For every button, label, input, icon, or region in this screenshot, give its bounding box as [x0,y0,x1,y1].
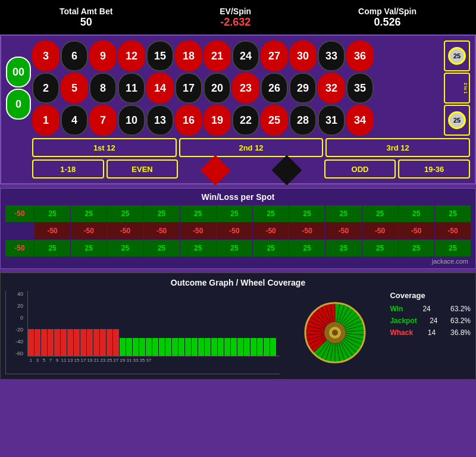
num-cell-11[interactable]: 11 [118,73,145,104]
num-cell-22[interactable]: 22 [232,105,259,136]
green-bar-19[interactable] [244,338,250,356]
even-bet[interactable]: EVEN [107,159,178,179]
green-bar-8[interactable] [172,338,178,356]
num-cell-13[interactable]: 13 [146,105,174,136]
odd-bet[interactable]: ODD [324,159,396,179]
wl-cell: -50 [399,223,434,239]
num-cell-9[interactable]: 9 [89,40,117,71]
red-bar-9[interactable] [87,329,93,356]
num-cell-12[interactable]: 12 [118,40,145,71]
green-bar-2[interactable] [133,338,139,356]
num-cell-4[interactable]: 4 [61,105,88,136]
green-bar-16[interactable] [224,338,230,356]
num-cell-16[interactable]: 16 [175,105,202,136]
green-bar-4[interactable] [146,338,152,356]
green-bar-12[interactable] [198,338,204,356]
num-cell-26[interactable]: 26 [261,73,288,104]
comp-val-label: Comp Val/Spin [358,7,416,16]
num-cell-30[interactable]: 30 [289,40,317,71]
x-label: 31 [126,358,132,363]
green-bar-23[interactable] [270,338,276,356]
red-bar-13[interactable] [113,329,119,356]
red-bar-12[interactable] [107,329,112,356]
single-zero[interactable]: 0 [6,89,31,120]
num-cell-1[interactable]: 1 [32,105,60,136]
high-bet[interactable]: 19-36 [398,159,470,179]
green-bar-13[interactable] [205,338,211,356]
num-cell-36[interactable]: 36 [346,40,374,71]
wl-cell: 25 [253,240,289,256]
column-bet-mid[interactable]: 2 to 1 [444,73,470,104]
num-cell-27[interactable]: 27 [261,40,288,71]
green-bar-18[interactable] [237,338,243,356]
num-cell-6[interactable]: 6 [61,40,88,71]
green-bar-20[interactable] [250,338,256,356]
num-cell-23[interactable]: 23 [232,73,259,104]
num-cell-21[interactable]: 21 [203,40,231,71]
num-cell-34[interactable]: 34 [346,105,374,136]
green-bar-7[interactable] [165,338,171,356]
red-bar-2[interactable] [41,329,47,356]
green-bar-11[interactable] [192,338,198,356]
num-cell-7[interactable]: 7 [89,105,117,136]
num-cell-5[interactable]: 5 [61,73,88,104]
num-cell-15[interactable]: 15 [146,40,174,71]
num-cell-31[interactable]: 31 [318,105,345,136]
wl-cell: -50 [362,223,398,239]
red-bar-7[interactable] [74,329,80,356]
red-bar-8[interactable] [80,329,86,356]
red-bar-1[interactable] [35,329,40,356]
green-bar-14[interactable] [211,338,217,356]
green-bar-6[interactable] [159,338,165,356]
green-bar-0[interactable] [120,338,126,356]
num-cell-24[interactable]: 24 [232,40,259,71]
green-bar-5[interactable] [152,338,158,356]
num-cell-25[interactable]: 25 [261,105,288,136]
wl-cell: 25 [325,205,361,222]
num-col-7: 242322 [232,40,259,136]
num-cell-35[interactable]: 35 [346,73,374,104]
num-cell-8[interactable]: 8 [89,73,117,104]
column-bet-top[interactable]: 25 [444,40,470,71]
num-cell-32[interactable]: 32 [318,73,345,104]
wl-cell: 25 [144,205,180,222]
green-bar-15[interactable] [218,338,224,356]
num-cell-17[interactable]: 17 [175,73,202,104]
red-diamond[interactable] [200,155,230,186]
second-dozen[interactable]: 2nd 12 [179,138,324,157]
num-cell-29[interactable]: 29 [289,73,317,104]
green-bar-22[interactable] [264,338,270,356]
num-cell-19[interactable]: 19 [203,105,231,136]
num-cell-2[interactable]: 2 [32,73,60,104]
low-bet[interactable]: 1-18 [32,159,104,179]
green-bar-17[interactable] [231,338,237,356]
red-bar-0[interactable] [28,329,34,356]
ev-spin-value: -2.632 [220,16,251,29]
black-diamond[interactable] [272,155,302,186]
num-cell-20[interactable]: 20 [203,73,231,104]
y-label-neg40: -40 [6,339,23,345]
green-bar-10[interactable] [185,338,191,356]
red-bar-3[interactable] [48,329,54,356]
third-dozen[interactable]: 3rd 12 [325,138,470,157]
green-bar-1[interactable] [126,338,132,356]
red-bar-6[interactable] [67,329,73,356]
red-bar-4[interactable] [54,329,60,356]
green-bar-3[interactable] [139,338,145,356]
green-bar-21[interactable] [257,338,263,356]
red-bar-11[interactable] [100,329,106,356]
num-cell-14[interactable]: 14 [146,73,174,104]
num-cell-10[interactable]: 10 [118,105,145,136]
green-bar-9[interactable] [178,338,184,356]
double-zero[interactable]: 00 [6,57,31,87]
num-cell-3[interactable]: 3 [32,40,60,71]
red-bar-5[interactable] [61,329,67,356]
red-bar-10[interactable] [93,329,99,356]
num-cell-18[interactable]: 18 [175,40,202,71]
column-bet-bot[interactable]: 25 [444,105,470,136]
first-dozen[interactable]: 1st 12 [32,138,177,157]
num-cell-33[interactable]: 33 [318,40,345,71]
num-cell-28[interactable]: 28 [289,105,317,136]
wl-cell: 25 [399,240,434,256]
num-col-4: 151413 [146,40,174,136]
